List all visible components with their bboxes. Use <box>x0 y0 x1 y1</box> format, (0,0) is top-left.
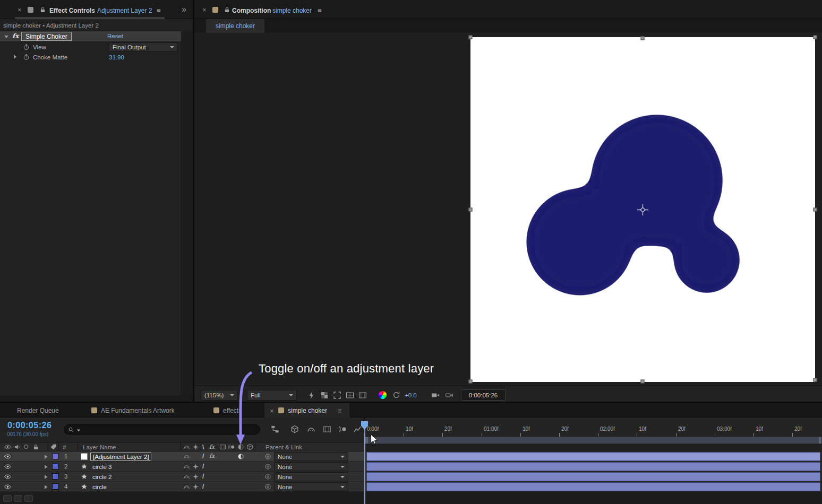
work-area-end-handle[interactable] <box>819 437 821 444</box>
work-area-start-handle[interactable] <box>365 437 368 444</box>
preview-timecode-field[interactable]: 0:00:05:26 <box>461 389 506 401</box>
show-snapshot-icon[interactable] <box>445 391 453 399</box>
title-action-safe-icon[interactable] <box>346 391 354 399</box>
region-of-interest-icon[interactable] <box>333 391 341 399</box>
shy-toggle[interactable] <box>183 473 190 480</box>
parent-link-dropdown[interactable]: None <box>274 482 348 491</box>
parent-pick-whip-icon[interactable] <box>264 473 271 480</box>
quality-toggle[interactable]: / <box>202 463 204 470</box>
anchor-point-icon[interactable] <box>637 204 649 216</box>
parent-link-dropdown[interactable]: None <box>274 462 348 471</box>
effect-expand-caret[interactable] <box>4 36 8 38</box>
layer-duration-bar[interactable] <box>366 472 820 481</box>
video-toggle[interactable] <box>4 483 11 490</box>
timeline-search-field[interactable] <box>64 424 260 435</box>
layer-duration-bar[interactable] <box>366 452 820 461</box>
adjustment-layer-toggle[interactable] <box>237 453 244 460</box>
parent-pick-whip-icon[interactable] <box>264 453 271 460</box>
quality-toggle[interactable]: / <box>202 473 204 480</box>
close-panel-icon[interactable]: × <box>202 6 207 13</box>
layer-handle[interactable] <box>814 36 817 39</box>
tab-simple-choker-active[interactable]: × simple choker ≡ <box>264 403 349 418</box>
frame-blending-icon[interactable] <box>323 425 331 433</box>
search-options-caret[interactable] <box>77 430 80 432</box>
composition-tab-target[interactable]: simple choker <box>272 7 312 14</box>
playhead-line[interactable] <box>364 421 365 504</box>
parent-pick-whip-icon[interactable] <box>264 463 271 470</box>
layer-handle[interactable] <box>469 380 473 384</box>
composition-mini-flowchart-icon[interactable] <box>271 425 279 433</box>
panel-menu-icon[interactable]: ≡ <box>318 7 322 14</box>
choke-matte-stopwatch-icon[interactable] <box>23 54 30 60</box>
effect-name[interactable]: Simple Choker <box>21 32 72 41</box>
layer-name[interactable]: circle 3 <box>92 464 112 470</box>
graph-editor-icon[interactable] <box>353 425 362 433</box>
composition-tab-title[interactable]: Composition <box>232 7 271 14</box>
in-out-stretch-pane-toggle[interactable] <box>24 495 33 502</box>
fx-badge-icon[interactable]: fx <box>12 32 19 40</box>
layer-name-column-header[interactable]: Layer Name <box>83 444 116 450</box>
time-ruler[interactable]: 0:00f 10f 20f 01:00f 10f 20f 02:00f 10f … <box>365 418 822 437</box>
layer-handle[interactable] <box>641 37 645 40</box>
layer-handle[interactable] <box>469 208 473 212</box>
layer-expand-caret[interactable] <box>45 455 47 459</box>
layer-handle[interactable] <box>814 208 817 212</box>
shy-toggle[interactable] <box>183 463 190 470</box>
label-color-chip[interactable] <box>52 473 58 480</box>
parent-pick-whip-icon[interactable] <box>264 483 271 490</box>
collapse-transformations-toggle[interactable] <box>192 483 199 490</box>
layer-switches-pane-toggle[interactable] <box>3 495 12 502</box>
parent-link-dropdown[interactable]: None <box>274 452 348 461</box>
table-row-layer-4[interactable]: 4 circle / None <box>0 482 365 492</box>
exposure-value[interactable]: +0.0 <box>405 392 417 398</box>
viewer-tab-simple-choker[interactable]: simple choker <box>206 19 264 33</box>
layer-duration-bar[interactable] <box>366 462 820 471</box>
tab-render-queue[interactable]: Render Queue <box>17 407 59 414</box>
current-time-display[interactable]: 0:00:05:26 <box>7 421 52 430</box>
parent-link-dropdown[interactable]: None <box>274 472 348 481</box>
tab-ae-fundamentals-artwork[interactable]: AE Fundamentals Artwork <box>101 407 175 414</box>
table-row-layer-1[interactable]: 1 [Adjustment Layer 2] / fx None <box>0 451 365 462</box>
view-dropdown[interactable]: Final Output <box>109 42 178 51</box>
video-toggle[interactable] <box>4 453 11 460</box>
lock-panel-icon[interactable] <box>39 6 46 13</box>
show-channel-icon[interactable] <box>379 391 387 399</box>
transparency-grid-icon[interactable] <box>320 391 329 399</box>
layer-bars-area[interactable] <box>365 451 822 492</box>
table-row-layer-3[interactable]: 3 circle 2 / None <box>0 472 365 482</box>
scrollbar-gutter[interactable] <box>181 31 193 395</box>
take-snapshot-icon[interactable] <box>431 391 440 399</box>
layer-duration-bar[interactable] <box>366 482 820 491</box>
layer-expand-caret[interactable] <box>45 465 47 469</box>
transfer-controls-pane-toggle[interactable] <box>14 495 22 502</box>
effect-controls-tab-title[interactable]: Effect Controls <box>49 7 95 14</box>
panel-menu-icon[interactable]: ≡ <box>157 7 161 14</box>
layer-expand-caret[interactable] <box>45 485 47 489</box>
effect-controls-tab-target[interactable]: Adjustment Layer 2 <box>97 7 152 14</box>
layer-handle[interactable] <box>469 36 473 39</box>
collapse-transformations-toggle[interactable] <box>192 473 199 480</box>
label-color-chip[interactable] <box>52 483 58 490</box>
choke-matte-expand-caret[interactable] <box>14 55 16 59</box>
video-toggle[interactable] <box>4 463 11 470</box>
grid-guide-options-icon[interactable] <box>358 391 367 399</box>
layer-handle[interactable] <box>814 378 817 382</box>
table-row-layer-2[interactable]: 2 circle 3 / None <box>0 462 365 472</box>
choke-matte-value[interactable]: 31.90 <box>109 54 124 60</box>
hide-shy-layers-icon[interactable] <box>307 425 315 433</box>
collapse-panel-group-button[interactable]: » <box>182 5 186 14</box>
reset-exposure-icon[interactable] <box>392 391 400 399</box>
close-tab-icon[interactable]: × <box>270 407 274 414</box>
fast-previews-icon[interactable] <box>307 391 316 399</box>
label-color-chip[interactable] <box>52 463 58 470</box>
quality-toggle[interactable]: / <box>202 483 204 490</box>
work-area-bar[interactable] <box>365 437 822 444</box>
panel-menu-icon[interactable]: ≡ <box>338 407 342 414</box>
shy-toggle[interactable] <box>183 483 190 490</box>
effect-reset-link[interactable]: Reset <box>107 33 123 39</box>
layer-name[interactable]: circle 2 <box>92 474 112 480</box>
composition-viewer[interactable] <box>194 33 822 386</box>
layer-name[interactable]: [Adjustment Layer 2] <box>90 453 151 460</box>
draft-3d-icon[interactable] <box>290 425 299 433</box>
quality-toggle[interactable]: / <box>202 453 204 460</box>
